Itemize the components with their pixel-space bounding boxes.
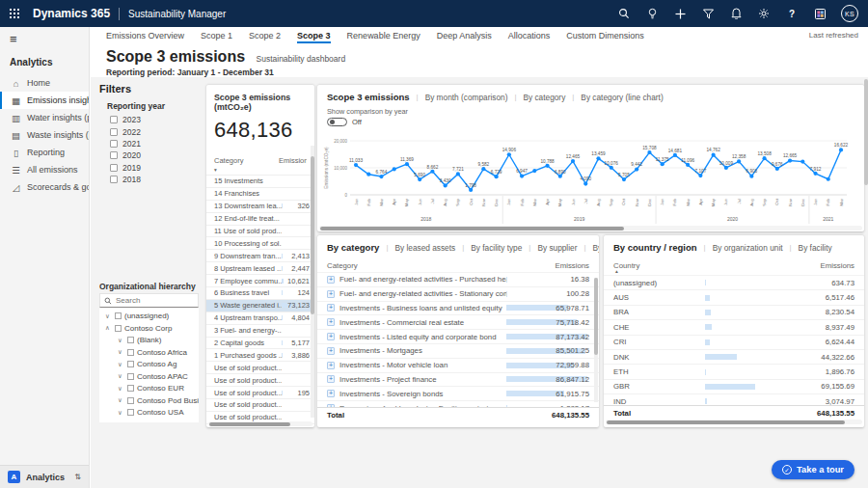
lightbulb-icon[interactable] [645, 7, 659, 20]
expand-plus-icon[interactable]: + [327, 318, 335, 326]
table-row[interactable]: GBR69,155.69 [604, 380, 864, 394]
scope3-horizontal-scrollbar[interactable] [208, 421, 312, 426]
checkbox[interactable] [110, 128, 118, 136]
checkbox[interactable] [110, 151, 118, 159]
tree-item-contoso-corp[interactable]: ∧Contoso Corp [99, 322, 199, 335]
table-row[interactable]: 11 Use of sold prod... [206, 225, 314, 237]
table-row[interactable]: (unassigned)634.73 [604, 276, 864, 290]
vis-tab-by-category[interactable]: By category [327, 242, 379, 253]
expand-plus-icon[interactable]: + [327, 347, 335, 355]
scope3-col-category[interactable]: Category [214, 156, 243, 165]
chevron-down-icon[interactable]: ∨ [116, 361, 124, 368]
table-row[interactable]: 4 Upstream transpo...4,804 [206, 312, 314, 324]
table-row[interactable]: 5 Waste generated i...73,123 [206, 299, 314, 312]
sidebar-item-home[interactable]: ⌂Home [0, 74, 89, 92]
vis-tab-by-category-line-chart[interactable]: By category (line chart) [581, 93, 663, 102]
chevron-down-icon[interactable]: ∨ [103, 312, 112, 320]
table-row[interactable]: Use of sold product... [206, 361, 314, 373]
expand-plus-icon[interactable]: + [327, 362, 335, 369]
hamburger-menu-icon[interactable]: ≡ [0, 27, 89, 48]
table-row[interactable]: 2 Capital goods5,177 [206, 337, 314, 349]
vis-tab-by-category[interactable]: By category [523, 93, 565, 102]
chevron-down-icon[interactable]: ∨ [116, 348, 124, 356]
table-row[interactable]: 15 Investments [206, 175, 314, 187]
sidebar-item-all-emissions[interactable]: ☰All emissions [0, 161, 89, 178]
checkbox[interactable] [110, 140, 118, 148]
sidebar-item-emissions-insights[interactable]: ▦Emissions insights [0, 92, 89, 109]
table-row[interactable]: +Investments - Business loans and unlist… [317, 302, 599, 316]
chevron-down-icon[interactable]: ∨ [116, 337, 124, 344]
emissions-col-header[interactable]: Emissions [555, 261, 589, 270]
table-row[interactable]: +Fuel- and energy-related activities - S… [317, 287, 599, 302]
dynamics-apps-icon[interactable] [813, 7, 827, 20]
tab-allocations[interactable]: Allocations [508, 29, 551, 43]
vis-tab-by-waste[interactable]: By waste [593, 243, 599, 253]
table-row[interactable]: +Investments - Commercial real estate75,… [317, 315, 599, 330]
table-row[interactable]: 9 Downstream tran...2,413 [206, 249, 314, 261]
expand-plus-icon[interactable]: + [327, 390, 335, 397]
take-a-tour-button[interactable]: ✓ Take a tour [772, 460, 854, 479]
table-row[interactable]: BRA8,230.54 [604, 306, 864, 320]
table-row[interactable]: 6 Business travel124 [206, 286, 314, 299]
vis-tab-by-country-region[interactable]: By country / region [613, 242, 697, 253]
chevron-down-icon[interactable]: ∨ [116, 385, 124, 393]
table-row[interactable]: 3 Fuel- and energy-... [206, 324, 314, 337]
checkbox[interactable] [127, 349, 134, 356]
table-row[interactable]: 8 Upstream leased ...2,447 [206, 261, 314, 274]
vis-tab-scope-3-emissions[interactable]: Scope 3 emissions [327, 92, 410, 102]
chevron-down-icon[interactable]: ∨ [116, 396, 124, 404]
by-category-vertical-scrollbar[interactable] [594, 278, 598, 402]
tab-scope-1[interactable]: Scope 1 [201, 29, 232, 43]
table-row[interactable]: CRI6,624.44 [604, 336, 864, 350]
table-row[interactable]: +Fuel- and energy-related activities - P… [317, 273, 599, 287]
scope3-vertical-scrollbar[interactable] [311, 146, 314, 418]
tree-item-contoso-usa[interactable]: ∨Contoso USA [99, 406, 199, 419]
category-col-header[interactable]: Category [327, 261, 358, 270]
vis-tab-by-facility[interactable]: By facility [799, 243, 832, 253]
expand-plus-icon[interactable]: + [327, 333, 335, 340]
expand-plus-icon[interactable]: + [327, 304, 335, 312]
table-row[interactable]: AUS6,517.46 [604, 290, 864, 305]
tree-item-contoso-apac[interactable]: ∨Contoso APAC [99, 370, 199, 383]
chevron-up-icon[interactable]: ∧ [103, 324, 112, 332]
vis-tab-by-leased-assets[interactable]: By leased assets [394, 243, 455, 253]
checkbox[interactable] [127, 385, 134, 392]
sidebar-item-waste-insights-previ[interactable]: ▤Waste insights (previ... [0, 126, 89, 144]
filter-icon[interactable] [701, 7, 715, 20]
page-vertical-scrollbar[interactable] [864, 77, 868, 212]
brand-title[interactable]: Dynamics 365 [33, 7, 110, 20]
tab-custom-dimensions[interactable]: Custom Dimensions [566, 29, 644, 43]
tab-renewable-energy[interactable]: Renewable Energy [347, 29, 420, 43]
checkbox[interactable] [127, 397, 134, 404]
expand-plus-icon[interactable]: + [327, 276, 335, 284]
tree-item-contoso-africa[interactable]: ∨Contoso Africa [99, 346, 199, 359]
checkbox[interactable] [110, 164, 118, 172]
by-country-horizontal-scrollbar[interactable] [606, 420, 862, 424]
add-icon[interactable] [673, 7, 687, 20]
table-row[interactable]: Use of sold product... [206, 373, 314, 386]
year-filter-2022[interactable]: 2022 [99, 125, 199, 137]
year-filter-2020[interactable]: 2020 [99, 149, 199, 161]
checkbox[interactable] [127, 361, 134, 367]
org-search-input[interactable] [116, 296, 183, 305]
table-row[interactable]: 1 Purchased goods ...3,886 [206, 348, 314, 361]
tree-item-contoso-ag[interactable]: ∨Contoso Ag [99, 358, 199, 370]
emissions-col-header[interactable]: Emissions [820, 261, 854, 273]
checkbox[interactable] [115, 325, 122, 332]
year-filter-2019[interactable]: 2019 [99, 162, 199, 174]
checkbox[interactable] [127, 373, 134, 380]
expand-plus-icon[interactable]: + [327, 375, 335, 383]
scope3-col-emissions[interactable]: Emissions [279, 156, 307, 174]
app-launcher-icon[interactable] [0, 0, 29, 27]
account-avatar[interactable]: KS [841, 5, 858, 22]
sidebar-item-reporting[interactable]: ▯Reporting [0, 144, 89, 161]
vis-tab-by-month-comparison[interactable]: By month (comparison) [425, 93, 508, 102]
table-row[interactable]: ETH1,896.76 [604, 365, 864, 379]
sidebar-item-water-insights-previ[interactable]: ▥Water insights (previ... [0, 109, 89, 126]
table-row[interactable]: 12 End-of-life treat... [206, 212, 314, 225]
notifications-icon[interactable] [729, 7, 743, 20]
table-row[interactable]: CHE8,937.49 [604, 320, 864, 335]
checkbox[interactable] [127, 409, 134, 416]
tab-emissions-overview[interactable]: Emissions Overview [106, 29, 184, 43]
year-filter-2023[interactable]: 2023 [99, 114, 199, 125]
